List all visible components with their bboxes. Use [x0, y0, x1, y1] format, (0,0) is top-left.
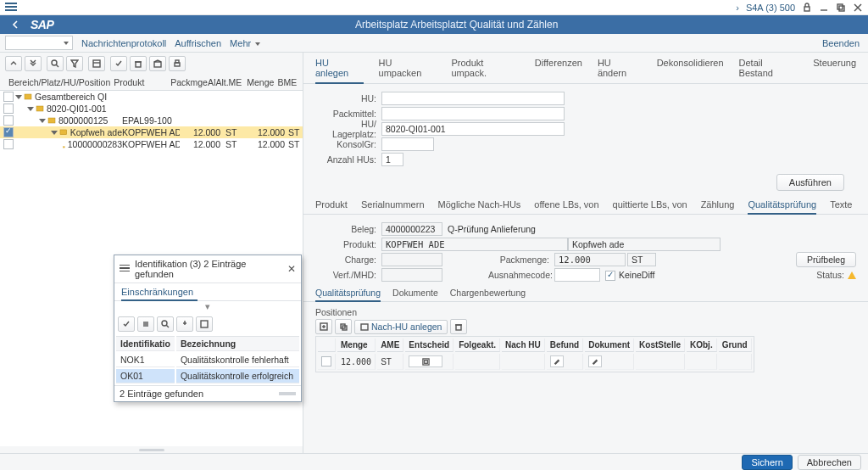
hu-input[interactable] — [381, 92, 565, 105]
nachrichtenprotokoll-link[interactable]: Nachrichtenprotokoll — [81, 38, 166, 48]
keinediff-checkbox[interactable] — [605, 269, 615, 280]
delete-button[interactable] — [130, 56, 147, 71]
tree-row[interactable]: 8020-QI01-001 — [0, 103, 303, 115]
ident-list-button[interactable] — [137, 316, 154, 332]
nach-hu-anlegen-button[interactable]: Nach-HU anlegen — [354, 320, 448, 334]
sub-tab-6[interactable]: Qualitätsprüfung — [748, 199, 816, 214]
abbrechen-button[interactable]: Abbrechen — [798, 455, 861, 470]
find-button[interactable] — [47, 56, 64, 71]
main-tab-7[interactable]: Steuerung — [813, 58, 856, 83]
ident-resize-handle[interactable] — [279, 392, 296, 395]
beenden-link[interactable]: Beenden — [822, 38, 860, 48]
subsub-tabs: QualitätsprüfungDokumenteChargenbewertun… — [303, 286, 868, 302]
main-tab-4[interactable]: HU ändern — [598, 58, 642, 83]
pos-insert-button[interactable] — [315, 319, 332, 334]
pos-copy-button[interactable] — [335, 319, 352, 334]
sub-tab-5[interactable]: Zählung — [701, 199, 735, 214]
ident-settings-button[interactable] — [196, 316, 213, 332]
lock-icon[interactable] — [802, 3, 812, 13]
main-tab-5[interactable]: Dekonsolidieren — [657, 58, 724, 83]
tree-row[interactable]: Kopfweh adeKOPFWEH ADE12.000ST12.000ST — [0, 126, 303, 138]
ident-tab-einschraenkungen[interactable]: Einschränkungen — [114, 283, 301, 301]
ident-find-button[interactable] — [157, 316, 174, 332]
tree-row-checkbox[interactable] — [3, 104, 14, 114]
expand-toggle[interactable] — [51, 131, 58, 135]
restore-icon[interactable] — [836, 3, 846, 13]
expand-toggle[interactable] — [39, 119, 46, 123]
check-button[interactable] — [110, 56, 127, 71]
ident-menu-icon[interactable] — [120, 265, 130, 274]
main-tab-6[interactable]: Detail Bestand — [739, 58, 798, 83]
system-env-label: S4A (3) 500 — [746, 3, 795, 13]
subsub-tab-1[interactable]: Dokumente — [392, 288, 438, 301]
sub-tab-0[interactable]: Produkt — [315, 199, 348, 214]
tree-row-checkbox[interactable] — [3, 127, 14, 137]
col-packmge: PackmgeAME — [170, 77, 215, 87]
pos-dokument-edit[interactable] — [588, 355, 602, 367]
back-button[interactable] — [8, 18, 22, 31]
svg-rect-10 — [136, 62, 141, 67]
tree-row[interactable]: 8000000125EPAL99-100 — [0, 115, 303, 126]
close-icon[interactable] — [853, 3, 863, 13]
sub-tab-3[interactable]: offene LBs, von — [534, 199, 598, 214]
pos-entscheid-input[interactable] — [409, 355, 442, 367]
splitter-handle[interactable] — [0, 446, 303, 453]
anzahl-input[interactable]: 1 — [381, 153, 403, 166]
expand-all-button[interactable] — [25, 56, 42, 71]
main-tab-1[interactable]: HU umpacken — [379, 58, 437, 83]
verfmhd-label: Verf./MHD: — [315, 270, 381, 280]
subsub-tab-0[interactable]: Qualitätsprüfung — [315, 288, 381, 301]
transaction-select[interactable] — [5, 36, 73, 50]
sub-tab-1[interactable]: Serialnummern — [361, 199, 425, 214]
mehr-link[interactable]: Mehr — [230, 38, 260, 48]
sichern-button[interactable]: Sichern — [742, 455, 792, 470]
ident-row[interactable]: OK01Qualitätskontrolle erfolgreich — [116, 369, 299, 383]
konsolgr-input[interactable] — [381, 137, 434, 151]
konsolgr-label: KonsolGr: — [315, 139, 381, 149]
ausfuehren-button[interactable]: Ausführen — [776, 174, 844, 191]
filter-button[interactable] — [66, 56, 83, 71]
ident-pin-button[interactable] — [176, 316, 193, 332]
sub-tab-7[interactable]: Texte — [830, 199, 852, 214]
pos-col: Dokument — [585, 339, 634, 352]
pack-button[interactable] — [149, 56, 166, 71]
main-tab-3[interactable]: Differenzen — [535, 58, 582, 83]
print-button[interactable] — [169, 56, 186, 71]
svg-rect-19 — [63, 147, 64, 148]
hulager-input[interactable]: 8020-QI01-001 — [381, 122, 565, 136]
ident-row[interactable]: NOK1Qualitätskontrolle fehlerhaft — [116, 353, 299, 367]
collapse-all-button[interactable] — [5, 56, 22, 71]
tree-row[interactable]: 10000000283KOPFWEH ADE12.000ST12.000ST — [0, 138, 303, 150]
positionen-row[interactable]: 12.000 ST — [318, 354, 752, 370]
ausnahme-input[interactable] — [554, 268, 600, 282]
page-title: Arbeitsplatz Arbeitsplatzt Qualität und … — [355, 19, 558, 31]
ident-check-button[interactable] — [118, 316, 135, 332]
tree-row[interactable]: Gesamtbereich QI — [0, 91, 303, 103]
subsub-tab-2[interactable]: Chargenbewertung — [450, 288, 526, 301]
app-menu-button[interactable] — [5, 3, 17, 13]
layout-button[interactable] — [88, 56, 105, 71]
hu-label: HU: — [315, 93, 381, 104]
packmittel-input[interactable] — [381, 107, 565, 120]
pos-menge: 12.000 — [337, 354, 376, 370]
expand-toggle[interactable] — [27, 107, 34, 111]
ident-col-desc: Bezeichnung — [176, 336, 299, 351]
prufbeleg-button[interactable]: Prüfbeleg — [796, 252, 856, 267]
ident-close-button[interactable]: ✕ — [287, 263, 296, 275]
tree-row-checkbox[interactable] — [3, 92, 14, 102]
identification-popup: Identifikation (3) 2 Einträge gefunden ✕… — [114, 255, 302, 402]
pos-delete-button[interactable] — [450, 319, 467, 334]
minimize-icon[interactable] — [819, 3, 829, 13]
tree-row-checkbox[interactable] — [3, 115, 14, 126]
main-tab-0[interactable]: HU anlegen — [315, 58, 364, 83]
main-tab-2[interactable]: Produkt umpack. — [451, 58, 519, 83]
svg-rect-0 — [804, 7, 810, 11]
sub-tab-4[interactable]: quittierte LBs, von — [613, 199, 687, 214]
pos-befund-edit[interactable] — [550, 355, 564, 367]
tree-row-checkbox[interactable] — [3, 139, 14, 149]
ident-expand-icon[interactable]: ▾ — [114, 301, 301, 314]
auffrischen-link[interactable]: Auffrischen — [175, 38, 221, 48]
expand-toggle[interactable] — [15, 95, 22, 99]
pos-row-checkbox[interactable] — [321, 356, 331, 366]
sub-tab-2[interactable]: Mögliche Nach-HUs — [438, 199, 521, 214]
